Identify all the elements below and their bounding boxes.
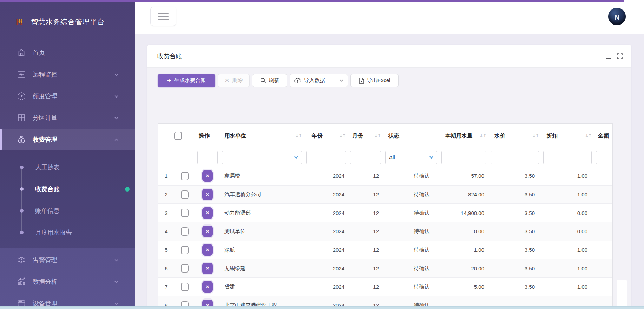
row-checkbox[interactable]	[181, 227, 189, 236]
chevron-down-icon	[113, 278, 119, 285]
topbar: N	[135, 2, 644, 34]
sidebar-item-home[interactable]: 首页	[0, 42, 135, 63]
user-avatar[interactable]: N	[608, 8, 626, 25]
table-row: 2 ✕ 汽车运输分公司 2024 12 待确认 824.00 3.50 1.00	[158, 186, 613, 204]
sort-icon[interactable]: ↓↑	[374, 133, 380, 139]
grid-icon	[17, 113, 26, 123]
filter-select-status[interactable]: All	[385, 151, 437, 164]
cell-price: 3.50	[488, 241, 541, 259]
table-row: 6 ✕ 无锡绿建 2024 12 待确认 20.00 3.50 1.00	[158, 259, 613, 278]
cell-usage: 20.00	[439, 259, 488, 277]
sidebar-item-monthly-water-report[interactable]: 月度用水报告	[0, 222, 135, 243]
filter-input-amount[interactable]	[596, 151, 613, 164]
chevron-down-icon	[113, 300, 119, 307]
filter-input-month[interactable]	[350, 151, 381, 164]
row-checkbox[interactable]	[181, 172, 189, 180]
ledger-table: 操作 用水单位 ↓↑ 年份 ↓↑ 月份 ↓↑ 状态 本期用	[158, 123, 613, 309]
sidebar-item-data-analysis[interactable]: 数据分析	[0, 271, 135, 293]
row-checkbox[interactable]	[181, 264, 189, 273]
sidebar-item-alarm-management[interactable]: 告警管理	[0, 249, 135, 271]
import-data-button[interactable]: 导入数据	[290, 74, 348, 87]
row-checkbox[interactable]	[181, 209, 189, 217]
toolbar: + 生成水费台账 ✕ 删除 刷新 导入数据	[158, 74, 399, 87]
filter-input-discount[interactable]	[543, 151, 592, 164]
cloud-upload-icon	[294, 78, 301, 83]
sort-icon[interactable]: ↓↑	[585, 133, 591, 139]
sidebar-item-bill-info[interactable]: 账单信息	[0, 200, 135, 222]
row-delete-button[interactable]: ✕	[202, 244, 213, 256]
column-header-year[interactable]: 年份 ↓↑	[304, 124, 348, 148]
column-header-month[interactable]: 月份 ↓↑	[348, 124, 383, 148]
delete-button[interactable]: ✕ 删除	[218, 74, 250, 87]
cell-unit: 动力能源部	[220, 204, 304, 222]
fullscreen-icon[interactable]	[617, 53, 623, 59]
generate-ledger-button[interactable]: + 生成水费台账	[158, 74, 215, 87]
column-header-status[interactable]: 状态	[383, 124, 439, 148]
cell-year: 2024	[304, 259, 348, 277]
cell-status: 待确认	[383, 241, 439, 259]
table-row: 3 ✕ 动力能源部 2024 12 待确认 14,900.00 3.50 0.0…	[158, 204, 613, 222]
row-delete-button[interactable]: ✕	[202, 226, 213, 237]
bullet-dot-icon	[20, 166, 24, 169]
sort-icon[interactable]: ↓↑	[479, 133, 486, 139]
sidebar-item-remote-monitoring[interactable]: 远程监控	[0, 63, 135, 85]
charge-management-submenu: 人工抄表 收费台账 账单信息 月度用水报告	[0, 150, 135, 248]
filter-input-action[interactable]	[197, 151, 218, 164]
row-checkbox[interactable]	[181, 190, 189, 199]
row-checkbox[interactable]	[181, 246, 189, 254]
export-excel-button[interactable]: 导出Excel	[350, 74, 399, 87]
column-header-discount[interactable]: 折扣 ↓↑	[541, 124, 594, 148]
cell-discount: 1.00	[541, 167, 594, 185]
sidebar-toggle-button[interactable]	[150, 7, 176, 26]
chevron-down-icon	[113, 93, 119, 99]
vertical-scrollbar-thumb[interactable]	[617, 280, 627, 309]
cell-month: 12	[348, 241, 383, 259]
column-header-price[interactable]: 水价 ↓↑	[488, 124, 541, 148]
plus-icon: +	[167, 77, 171, 84]
column-header-usage[interactable]: 本期用水量 ↓↑	[439, 124, 488, 148]
filter-input-price[interactable]	[491, 151, 539, 164]
panel-header: 收费台账	[147, 45, 631, 68]
select-all-checkbox[interactable]	[174, 132, 182, 140]
table-body: 1 ✕ 家属楼 2024 12 待确认 57.00 3.50 1.00 2 ✕ …	[158, 167, 613, 309]
sort-icon[interactable]: ↓↑	[339, 133, 345, 139]
cell-status: 待确认	[383, 167, 439, 185]
row-delete-button[interactable]: ✕	[202, 207, 213, 219]
page-progress-bar	[0, 0, 624, 2]
column-header-unit[interactable]: 用水单位 ↓↑	[220, 124, 304, 148]
panel-window-controls	[606, 53, 623, 59]
minimize-icon[interactable]	[606, 53, 611, 59]
row-delete-button[interactable]: ✕	[202, 263, 213, 274]
magnifier-icon	[260, 78, 266, 83]
cell-discount: 1.00	[541, 259, 594, 277]
chevron-down-icon	[429, 155, 434, 160]
refresh-button[interactable]: 刷新	[252, 74, 287, 87]
sidebar-item-quota-management[interactable]: 额度管理	[0, 85, 135, 107]
bullet-dot-icon	[20, 209, 24, 213]
row-delete-button[interactable]: ✕	[202, 189, 213, 200]
chevron-up-icon	[113, 136, 119, 143]
row-delete-button[interactable]: ✕	[202, 281, 213, 293]
cell-unit: 家属楼	[220, 167, 304, 185]
horizontal-scrollbar[interactable]	[0, 306, 644, 309]
app-logo: H B	[15, 16, 26, 27]
sidebar-item-zone-metering[interactable]: 分区计量	[0, 107, 135, 129]
panel-body: + 生成水费台账 ✕ 删除 刷新 导入数据	[147, 68, 631, 309]
row-delete-button[interactable]: ✕	[202, 170, 213, 182]
sort-icon[interactable]: ↓↑	[295, 133, 301, 139]
filter-input-year[interactable]	[306, 151, 346, 164]
table-row: 7 ✕ 省建 2024 12 待确认 5.00 3.50 1.00	[158, 278, 613, 296]
sort-icon[interactable]: ↓↑	[532, 133, 538, 139]
sidebar-item-manual-meter-reading[interactable]: 人工抄表	[0, 156, 135, 178]
column-header-amount[interactable]: 金额	[594, 124, 613, 148]
sidebar-item-charge-ledger[interactable]: 收费台账	[0, 178, 135, 200]
cell-unit: 汽车运输分公司	[220, 186, 304, 204]
filter-input-usage[interactable]	[441, 151, 486, 164]
row-checkbox[interactable]	[181, 283, 189, 291]
sidebar-item-charge-management[interactable]: 收费管理	[0, 129, 135, 150]
cell-price: 3.50	[488, 259, 541, 277]
page-progress-track	[624, 0, 644, 2]
chevron-down-icon[interactable]	[335, 74, 348, 87]
filter-select-unit[interactable]	[222, 151, 302, 164]
row-number: 3	[158, 204, 174, 222]
